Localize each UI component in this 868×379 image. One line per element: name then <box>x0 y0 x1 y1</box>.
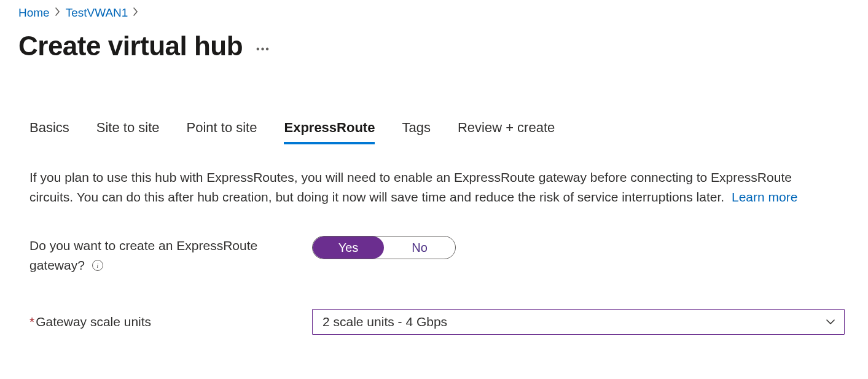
toggle-yes[interactable]: Yes <box>313 236 384 259</box>
info-icon[interactable]: i <box>92 260 103 271</box>
required-asterisk-icon: * <box>29 315 34 329</box>
chevron-right-icon <box>55 7 61 18</box>
scale-units-value: 2 scale units - 4 Gbps <box>323 315 447 329</box>
tab-site-to-site[interactable]: Site to site <box>96 120 160 144</box>
scale-units-dropdown[interactable]: 2 scale units - 4 Gbps <box>312 309 845 335</box>
tabs: Basics Site to site Point to site Expres… <box>29 120 850 144</box>
chevron-down-icon <box>826 317 835 327</box>
create-gateway-toggle[interactable]: Yes No <box>312 236 456 259</box>
create-gateway-label-text: Do you want to create an ExpressRoute ga… <box>29 238 257 272</box>
breadcrumb-resource[interactable]: TestVWAN1 <box>66 6 128 20</box>
tab-tags[interactable]: Tags <box>402 120 430 144</box>
toggle-no[interactable]: No <box>384 236 455 259</box>
tab-description: If you plan to use this hub with Express… <box>29 168 822 206</box>
tab-basics[interactable]: Basics <box>29 120 69 144</box>
tab-point-to-site[interactable]: Point to site <box>187 120 257 144</box>
breadcrumb: Home TestVWAN1 <box>18 6 850 20</box>
breadcrumb-home[interactable]: Home <box>18 6 50 20</box>
page-title: Create virtual hub <box>18 31 243 61</box>
more-icon[interactable]: ••• <box>256 37 270 55</box>
create-gateway-label: Do you want to create an ExpressRoute ga… <box>29 236 312 275</box>
tab-expressroute[interactable]: ExpressRoute <box>284 120 375 144</box>
description-text: If you plan to use this hub with Express… <box>29 170 792 204</box>
scale-units-label: *Gateway scale units <box>29 312 312 332</box>
tab-review-create[interactable]: Review + create <box>458 120 555 144</box>
scale-units-label-text: Gateway scale units <box>36 315 151 329</box>
learn-more-link[interactable]: Learn more <box>732 190 797 204</box>
chevron-right-icon <box>133 7 139 18</box>
